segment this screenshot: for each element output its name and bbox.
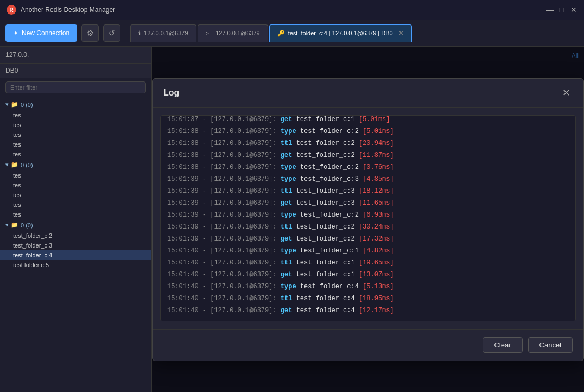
log-timestamp: 15:01:40 — [167, 307, 199, 314]
tab-server[interactable]: ℹ 127.0.0.1@6379 — [130, 24, 196, 42]
title-bar: R Another Redis Desktop Manager — □ ✕ — [0, 0, 584, 20]
log-duration: [11.87ms] — [359, 151, 394, 159]
log-command: get — [281, 307, 293, 314]
log-command: get — [281, 199, 293, 207]
modal-overlay: Log ✕ 15:01:37 - [127.0.0.1@6379]: get t… — [152, 47, 584, 392]
window-controls: — □ ✕ — [546, 6, 577, 14]
log-command: ttl — [281, 295, 293, 302]
log-command: get — [281, 151, 293, 159]
title-bar-left: R Another Redis Desktop Manager — [7, 5, 115, 15]
log-command: ttl — [281, 187, 293, 195]
list-item[interactable]: tes — [0, 180, 151, 190]
maximize-button[interactable]: □ — [558, 6, 566, 14]
sidebar-group-1[interactable]: ▾ 📁 0 (0) — [0, 99, 151, 110]
log-host: - [127.0.0.1@6379]: — [202, 307, 277, 314]
log-entry: 15:01:38 - [127.0.0.1@6379]: ttl test_fo… — [167, 137, 569, 149]
app-icon: R — [7, 5, 16, 15]
sidebar-group-3[interactable]: ▾ 📁 0 (0) — [0, 219, 151, 231]
list-item[interactable]: test_folder_c:3 — [0, 241, 151, 250]
log-key: test_folder_c:2 — [300, 163, 359, 171]
tab-key[interactable]: 🔑 test_folder_c:4 | 127.0.0.1@6379 | DB0… — [269, 24, 412, 42]
sidebar: 127.0.0. DB0 ▾ 📁 0 (0) tes tes tes tes t… — [0, 47, 152, 392]
list-item[interactable]: tes — [0, 149, 151, 159]
log-key: test_folder_c:1 — [300, 247, 359, 255]
log-command: type — [281, 211, 296, 219]
clear-button[interactable]: Clear — [483, 337, 522, 353]
close-window-button[interactable]: ✕ — [570, 6, 577, 14]
folder-icon: 📁 — [11, 222, 18, 229]
refresh-button[interactable]: ↺ — [103, 24, 120, 42]
log-duration: [11.65ms] — [359, 199, 394, 207]
log-entry: 15:01:39 - [127.0.0.1@6379]: ttl test_fo… — [167, 221, 569, 233]
list-item[interactable]: test folder c:5 — [0, 260, 151, 270]
modal-header: Log ✕ — [153, 79, 583, 108]
log-duration: [12.17ms] — [359, 307, 394, 314]
cancel-button[interactable]: Cancel — [528, 337, 573, 353]
log-key: test_folder_c:2 — [296, 223, 355, 231]
list-item[interactable]: tes — [0, 210, 151, 219]
plus-icon: ✦ — [13, 29, 18, 37]
list-item-active[interactable]: test_folder_c:4 — [0, 250, 151, 260]
list-item[interactable]: tes — [0, 140, 151, 149]
terminal-tab-icon: >_ — [206, 30, 213, 36]
sidebar-search-container — [0, 78, 151, 97]
log-timestamp: 15:01:40 — [167, 259, 199, 267]
log-key: test_folder_c:3 — [300, 175, 359, 183]
log-host: - [127.0.0.1@6379]: — [202, 151, 277, 159]
list-item[interactable]: tes — [0, 120, 151, 130]
modal-close-button[interactable]: ✕ — [560, 86, 573, 99]
tab-close-icon[interactable]: ✕ — [398, 29, 404, 37]
log-host: - [127.0.0.1@6379]: — [202, 163, 277, 171]
log-duration: [30.24ms] — [359, 223, 394, 231]
log-timestamp: 15:01:40 — [167, 247, 199, 255]
tab-terminal[interactable]: >_ 127.0.0.1@6379 — [198, 24, 268, 42]
log-host: - [127.0.0.1@6379]: — [202, 283, 277, 290]
refresh-icon: ↺ — [109, 29, 115, 37]
content-area: All Log ✕ 15:01:37 - [127.0.0.1@6379]: g… — [152, 47, 584, 392]
log-entry: 15:01:38 - [127.0.0.1@6379]: type test_f… — [167, 161, 569, 173]
log-key: test_folder_c:3 — [296, 199, 355, 207]
chevron-down-icon: ▾ — [5, 101, 9, 108]
log-entry: 15:01:39 - [127.0.0.1@6379]: get test_fo… — [167, 233, 569, 245]
chevron-down-icon: ▾ — [5, 222, 9, 229]
log-entry: 15:01:38 - [127.0.0.1@6379]: type test_f… — [167, 125, 569, 137]
settings-button[interactable]: ⚙ — [81, 24, 99, 42]
list-item[interactable]: tes — [0, 190, 151, 200]
log-container[interactable]: 15:01:37 - [127.0.0.1@6379]: get test_fo… — [160, 115, 576, 321]
chevron-down-icon: ▾ — [5, 161, 9, 168]
modal-title: Log — [163, 88, 179, 98]
log-command: get — [281, 271, 293, 279]
log-entry: 15:01:39 - [127.0.0.1@6379]: ttl test_fo… — [167, 185, 569, 197]
log-command: type — [281, 163, 296, 171]
sidebar-db[interactable]: DB0 — [0, 64, 151, 78]
log-command: type — [281, 283, 296, 290]
list-item[interactable]: tes — [0, 200, 151, 210]
log-host: - [127.0.0.1@6379]: — [202, 259, 277, 267]
log-timestamp: 15:01:38 — [167, 140, 199, 147]
new-connection-button[interactable]: ✦ New Connection — [5, 24, 77, 42]
server-tab-icon: ℹ — [138, 30, 141, 37]
sidebar-group-2[interactable]: ▾ 📁 0 (0) — [0, 159, 151, 170]
log-duration: [5.01ms] — [359, 116, 390, 123]
log-duration: [0.76ms] — [363, 163, 394, 171]
list-item[interactable]: tes — [0, 170, 151, 180]
minimize-button[interactable]: — — [546, 6, 554, 14]
log-timestamp: 15:01:39 — [167, 199, 199, 207]
log-duration: [6.93ms] — [363, 211, 394, 219]
list-item[interactable]: test_folder_c:2 — [0, 231, 151, 241]
log-timestamp: 15:01:38 — [167, 151, 199, 159]
search-input[interactable] — [5, 81, 146, 93]
log-timestamp: 15:01:39 — [167, 187, 199, 195]
log-modal: Log ✕ 15:01:37 - [127.0.0.1@6379]: get t… — [152, 78, 584, 361]
list-item[interactable]: tes — [0, 110, 151, 120]
log-command: type — [281, 247, 296, 255]
log-host: - [127.0.0.1@6379]: — [202, 235, 277, 243]
log-host: - [127.0.0.1@6379]: — [202, 128, 277, 135]
list-item[interactable]: tes — [0, 130, 151, 140]
log-key: test_folder_c:4 — [296, 295, 355, 302]
log-timestamp: 15:01:39 — [167, 223, 199, 231]
log-host: - [127.0.0.1@6379]: — [202, 199, 277, 207]
log-entry: 15:01:39 - [127.0.0.1@6379]: type test_f… — [167, 173, 569, 185]
log-duration: [5.13ms] — [363, 283, 394, 290]
log-timestamp: 15:01:40 — [167, 271, 199, 279]
